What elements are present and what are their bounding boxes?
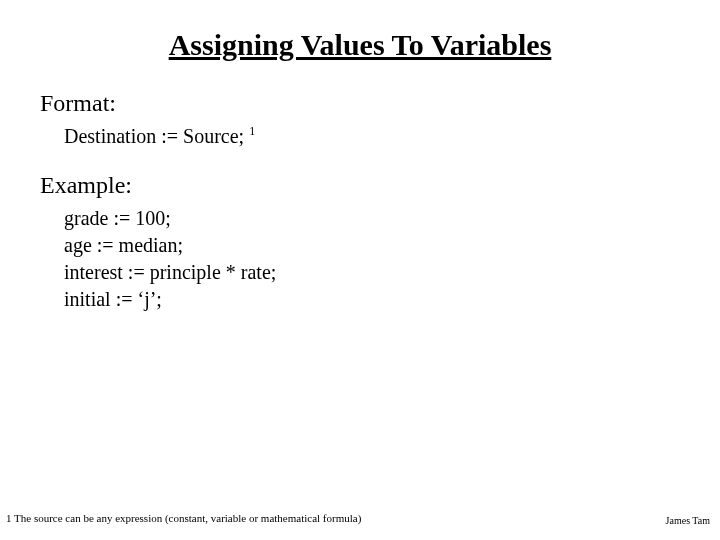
example-line: grade := 100; — [64, 205, 680, 232]
footnote: 1 The source can be any expression (cons… — [6, 512, 361, 524]
format-label: Format: — [40, 90, 680, 117]
example-line: interest := principle * rate; — [64, 259, 680, 286]
example-line: initial := ‘j’; — [64, 286, 680, 313]
format-superscript: 1 — [249, 124, 255, 138]
format-line: Destination := Source; — [64, 125, 244, 147]
example-block: grade := 100; age := median; interest :=… — [64, 205, 680, 313]
slide-title: Assigning Values To Variables — [40, 28, 680, 62]
slide: Assigning Values To Variables Format: De… — [0, 0, 720, 540]
author-credit: James Tam — [666, 515, 710, 526]
example-label: Example: — [40, 172, 680, 199]
example-line: age := median; — [64, 232, 680, 259]
format-block: Destination := Source; 1 — [64, 123, 680, 150]
